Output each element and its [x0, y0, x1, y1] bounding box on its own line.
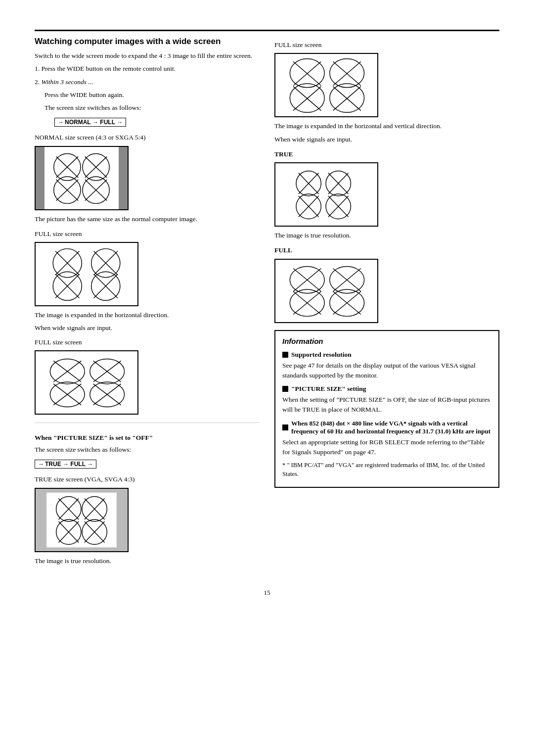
supported-resolution-text: See page 47 for details on the display o… [282, 361, 491, 381]
right-full-screen-diagram-bottom [274, 259, 378, 323]
true-screen-diagram [35, 488, 129, 552]
step2-line1: Press the WIDE button again. [44, 90, 260, 100]
true-screen-caption: The image is true resolution. [35, 556, 260, 566]
right-true-screen-diagram [274, 162, 378, 227]
picture-size-text: The screen size switches as follows: [35, 445, 260, 455]
vga-text: Select an appropriate setting for RGB SE… [282, 437, 491, 458]
normal-screen-diagram [35, 146, 129, 210]
full-screen-diagram-2 [35, 350, 138, 415]
picture-size-section: When "PICTURE SIZE" is set to "OFF" The … [35, 423, 260, 566]
full-screen-label-2: FULL size screen [35, 337, 260, 347]
normal-screen-label: NORMAL size screen (4:3 or SXGA 5:4) [35, 133, 260, 142]
full-screen-svg-1 [36, 243, 137, 305]
vga-heading: When 852 (848) dot × 480 line wide VGA* … [282, 420, 491, 435]
true-screen-svg [36, 489, 128, 551]
right-column: FULL size screen [274, 36, 499, 569]
true-caption-right: The image is true resolution. [274, 231, 499, 240]
step1: 1. Press the WIDE button on the remote c… [35, 64, 260, 74]
intro-text: Switch to the wide screen mode to expand… [35, 51, 260, 61]
information-box: Information Supported resolution See pag… [274, 330, 499, 488]
picture-size-heading: When "PICTURE SIZE" is set to "OFF" [35, 433, 260, 443]
svg-rect-37 [46, 492, 117, 547]
page-content: Watching computer images with a wide scr… [35, 36, 499, 569]
picture-size-setting-heading: "PICTURE SIZE" setting [282, 385, 491, 393]
arrow-normal-full: →NORMAL → FULL → [54, 118, 126, 127]
step2-line2: The screen size switches as follows: [44, 103, 260, 113]
full-screen-label-1: FULL size screen [35, 229, 260, 239]
right-full-svg-bottom [275, 260, 377, 322]
picture-size-setting-text: When the setting of "PICTURE SIZE" is OF… [282, 395, 491, 415]
true-screen-label: TRUE size screen (VGA, SVGA 4:3) [35, 474, 260, 484]
top-rule [35, 30, 499, 31]
wide-signal-1: When wide signals are input. [35, 323, 260, 333]
bullet-square-3 [282, 425, 288, 430]
right-full-screen-diagram-top [274, 53, 378, 117]
right-true-svg [275, 163, 377, 226]
step2: 2. Within 3 seconds ... [35, 77, 260, 87]
wide-signal-right: When wide signals are input. [274, 135, 499, 144]
full-screen-label-top: FULL size screen [274, 40, 499, 50]
supported-resolution-heading: Supported resolution [282, 351, 491, 359]
note-text: * " IBM PC/AT" and "VGA" are registered … [282, 461, 491, 479]
full-screen-diagram-1 [35, 242, 138, 306]
full-caption-1: The image is expanded in the horizontal … [35, 310, 260, 320]
true-label: TRUE [274, 149, 499, 159]
full-label-right: FULL [274, 245, 499, 255]
full-caption-top: The image is expanded in the horizontal … [274, 121, 499, 131]
page-number: 15 [35, 589, 499, 597]
arrow-true-full: →TRUE → FULL → [35, 460, 96, 469]
bullet-square-2 [282, 386, 288, 392]
step2-detail: Press the WIDE button again. The screen … [44, 90, 260, 129]
left-column: Watching computer images with a wide scr… [35, 36, 260, 569]
normal-caption: The picture has the same size as the nor… [35, 214, 260, 224]
info-title: Information [282, 336, 491, 347]
normal-screen-svg [36, 147, 128, 209]
section-title: Watching computer images with a wide scr… [35, 36, 260, 47]
full-screen-svg-2 [36, 351, 137, 414]
bullet-square-1 [282, 352, 288, 358]
right-full-svg-top [275, 54, 377, 116]
